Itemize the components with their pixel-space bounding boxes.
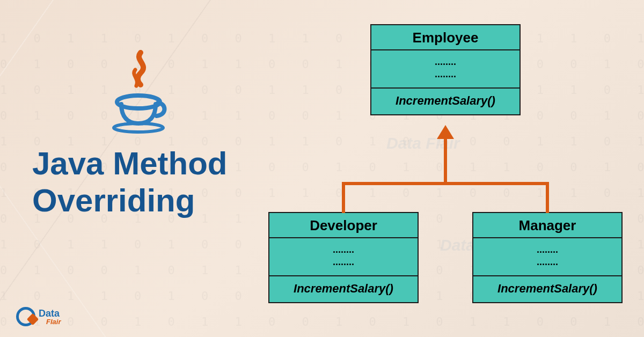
class-attributes: ........ ........ xyxy=(371,50,519,89)
attr-placeholder: ........ xyxy=(274,244,413,256)
attr-placeholder: ........ xyxy=(478,256,617,268)
attr-placeholder: ........ xyxy=(376,68,515,80)
class-name: Manager xyxy=(473,213,621,238)
class-name: Developer xyxy=(269,213,418,238)
class-attributes: ........ ........ xyxy=(269,238,418,276)
uml-class-developer: Developer ........ ........ IncrementSal… xyxy=(268,212,419,303)
uml-inheritance-diagram: Employee ........ ........ IncrementSala… xyxy=(268,24,644,325)
dataflair-logo: Data Flair xyxy=(16,307,61,326)
attr-placeholder: ........ xyxy=(274,256,413,268)
class-method: IncrementSalary() xyxy=(371,89,519,114)
class-method: IncrementSalary() xyxy=(473,276,621,302)
dataflair-logo-icon xyxy=(16,307,35,326)
class-attributes: ........ ........ xyxy=(473,238,621,276)
uml-class-manager: Manager ........ ........ IncrementSalar… xyxy=(472,212,623,303)
page-title: Java Method Overriding xyxy=(32,145,227,219)
class-name: Employee xyxy=(371,25,519,50)
brand-line-2: Flair xyxy=(46,318,61,325)
attr-placeholder: ........ xyxy=(478,244,617,256)
java-logo-icon xyxy=(107,48,172,134)
title-line-1: Java Method xyxy=(32,145,227,182)
uml-class-employee: Employee ........ ........ IncrementSala… xyxy=(370,24,521,115)
title-line-2: Overriding xyxy=(32,182,227,219)
class-method: IncrementSalary() xyxy=(269,276,418,302)
svg-point-1 xyxy=(114,123,163,132)
brand-line-1: Data xyxy=(39,309,61,318)
dataflair-logo-text: Data Flair xyxy=(39,309,61,325)
attr-placeholder: ........ xyxy=(376,56,515,68)
